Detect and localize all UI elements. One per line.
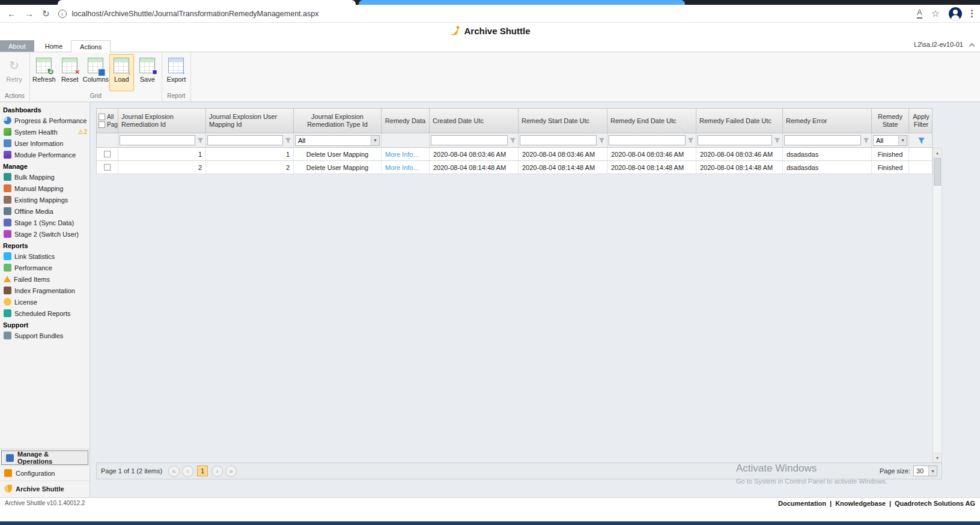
browser-active-tab[interactable] — [58, 0, 356, 5]
column-header-remediation-id[interactable]: Journal Explosion Remediation Id — [118, 109, 206, 133]
sidebar-item-bulk-mapping[interactable]: Bulk Mapping — [0, 171, 90, 183]
page-size-select[interactable]: 30 ▼ — [913, 466, 937, 476]
sidebar-item-user-information[interactable]: User Information — [0, 138, 90, 149]
column-header-remedy-start-date[interactable]: Remedy Start Date Utc — [519, 109, 607, 133]
first-page-button[interactable]: « — [168, 466, 180, 477]
collapse-ribbon-icon[interactable] — [969, 43, 975, 49]
sidebar-item-system-health[interactable]: System Health ⚠2 — [0, 126, 90, 138]
sidebar-item-archive-shuttle[interactable]: Archive Shuttle — [0, 481, 90, 496]
forward-icon[interactable]: → — [25, 9, 34, 18]
load-button[interactable]: ↓ Load — [109, 54, 134, 91]
filter-state-select[interactable]: All ▼ — [873, 135, 907, 146]
filter-failed-date-input[interactable] — [698, 135, 772, 145]
browser-secondary-tab[interactable] — [359, 0, 685, 5]
sidebar-item-module-performance[interactable]: Module Performance — [0, 149, 90, 160]
columns-button[interactable]: ▦ Columns — [84, 54, 108, 91]
apply-filter-icon[interactable] — [918, 136, 925, 144]
retry-button[interactable]: ↻ Retry — [2, 54, 26, 91]
more-info-link[interactable]: More Info... — [382, 148, 430, 160]
vertical-scrollbar[interactable]: ▲ ▼ — [933, 148, 942, 463]
filter-user-mapping-id-input[interactable] — [207, 135, 283, 145]
filter-funnel-icon[interactable] — [598, 137, 606, 144]
cell-remediation-type: Delete User Mapping — [294, 148, 382, 160]
filter-remediation-id-input[interactable] — [120, 135, 195, 145]
filter-type-select[interactable]: All ▼ — [295, 135, 380, 146]
company-link[interactable]: Quadrotech Solutions AG — [895, 500, 975, 507]
url-text[interactable]: localhost/ArchiveShuttle/JournalTransfor… — [72, 10, 319, 18]
sidebar-item-stage-1[interactable]: Stage 1 (Sync Data) — [0, 217, 90, 228]
filter-end-date-input[interactable] — [609, 135, 686, 145]
filter-funnel-icon[interactable] — [773, 137, 781, 144]
filter-funnel-icon[interactable] — [196, 137, 204, 144]
filter-funnel-icon[interactable] — [687, 137, 695, 144]
sidebar-item-scheduled-reports[interactable]: Scheduled Reports — [0, 308, 90, 319]
filter-error-input[interactable] — [784, 135, 861, 145]
profile-avatar[interactable] — [949, 7, 962, 20]
next-page-button[interactable]: › — [212, 466, 223, 477]
column-header-created-date[interactable]: Created Date Utc — [430, 109, 519, 133]
sidebar-item-support-bundles[interactable]: Support Bundles — [0, 330, 90, 341]
column-header-remedy-failed-date[interactable]: Remedy Failed Date Utc — [696, 109, 783, 133]
table-row[interactable]: 2 2 Delete User Mapping More Info... 202… — [96, 161, 933, 174]
column-header-remedy-end-date[interactable]: Remedy End Date Utc — [607, 109, 696, 133]
sidebar-item-configuration[interactable]: Configuration — [0, 465, 90, 481]
sidebar-item-performance[interactable]: Performance — [0, 262, 90, 273]
sidebar-item-progress-performance[interactable]: Progress & Performance — [0, 115, 90, 126]
tab-home[interactable]: Home — [37, 40, 71, 52]
select-page-checkbox[interactable] — [99, 121, 105, 128]
column-header-apply-filter[interactable]: Apply Filter — [909, 109, 933, 133]
filter-created-date-input[interactable] — [431, 135, 508, 145]
page-info-icon[interactable]: i — [58, 10, 67, 18]
sidebar-item-index-fragmentation[interactable]: Index Fragmentation — [0, 285, 90, 296]
filter-funnel-icon[interactable] — [862, 137, 870, 144]
sidebar-item-manage-operations[interactable]: Manage & Operations — [1, 451, 88, 465]
back-icon[interactable]: ← — [7, 9, 16, 18]
prev-page-button[interactable]: ‹ — [182, 466, 193, 477]
sidebar-item-existing-mappings[interactable]: Existing Mappings — [0, 194, 90, 205]
scroll-down-icon[interactable]: ▼ — [933, 453, 942, 462]
translate-icon[interactable]: A — [917, 8, 922, 18]
export-button[interactable]: → Export — [164, 54, 189, 91]
row-checkbox[interactable] — [104, 164, 111, 171]
last-page-button[interactable]: » — [225, 466, 237, 477]
bookmark-star-icon[interactable]: ☆ — [931, 9, 940, 19]
scrollbar-thumb[interactable] — [934, 158, 941, 186]
current-page-button[interactable]: 1 — [197, 466, 208, 476]
sidebar-item-stage-2[interactable]: Stage 2 (Switch User) — [0, 228, 90, 240]
scroll-up-icon[interactable]: ▲ — [933, 148, 942, 157]
section-reports: Reports — [0, 240, 90, 250]
table-row[interactable]: 1 1 Delete User Mapping More Info... 202… — [96, 148, 933, 161]
select-all-checkbox[interactable] — [99, 114, 105, 120]
tab-actions[interactable]: Actions — [71, 40, 111, 52]
filter-funnel-icon[interactable] — [509, 137, 517, 144]
filter-start-date-input[interactable] — [520, 135, 597, 145]
more-info-link[interactable]: More Info... — [382, 161, 430, 174]
column-header-user-mapping-id[interactable]: Journal Explosion User Mapping Id — [206, 109, 294, 133]
column-header-remediation-type-id[interactable]: Journal Explosion Remediation Type Id — [294, 109, 382, 133]
column-header-remedy-state[interactable]: Remedy State — [872, 109, 909, 133]
offline-media-icon — [4, 207, 11, 215]
save-button[interactable]: ■ Save — [135, 54, 160, 91]
sidebar-item-manual-mapping[interactable]: Manual Mapping — [0, 183, 90, 194]
documentation-link[interactable]: Documentation — [778, 500, 826, 507]
tab-about[interactable]: About — [0, 40, 34, 52]
column-header-remedy-data[interactable]: Remedy Data — [382, 109, 430, 133]
url-bar[interactable]: i localhost/ArchiveShuttle/JournalTransf… — [58, 7, 908, 20]
sidebar-item-failed-items[interactable]: Failed Items — [0, 273, 90, 285]
sidebar-item-label: Configuration — [16, 470, 55, 477]
refresh-button[interactable]: ↻ Refresh — [32, 54, 56, 91]
row-checkbox[interactable] — [104, 151, 111, 157]
column-header-remedy-error[interactable]: Remedy Error — [783, 109, 872, 133]
reset-button[interactable]: × Reset — [58, 54, 82, 91]
reload-icon[interactable]: ↻ — [42, 9, 50, 18]
ribbon-group-actions: ↻ Retry Actions — [0, 52, 30, 102]
sidebar-item-link-statistics[interactable]: Link Statistics — [0, 250, 90, 262]
filter-funnel-icon[interactable] — [284, 137, 292, 144]
chevron-down-icon[interactable]: ▼ — [371, 136, 379, 145]
knowledgebase-link[interactable]: Knowledgebase — [835, 500, 886, 507]
chevron-down-icon[interactable]: ▼ — [928, 466, 937, 476]
chevron-down-icon[interactable]: ▼ — [898, 136, 907, 145]
browser-menu-icon[interactable] — [971, 10, 973, 17]
sidebar-item-license[interactable]: License — [0, 296, 90, 308]
sidebar-item-offline-media[interactable]: Offline Media — [0, 205, 90, 217]
